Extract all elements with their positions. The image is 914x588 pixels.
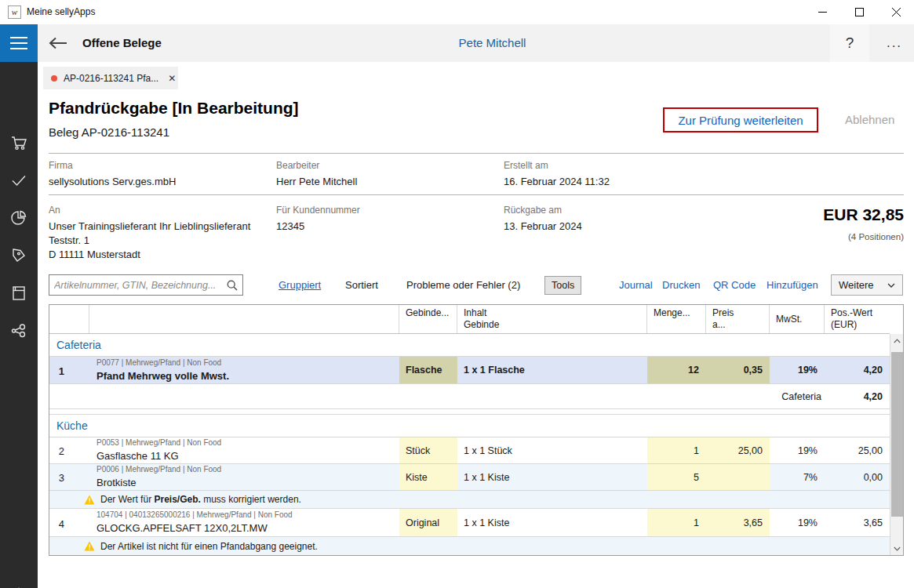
chevron-down-icon xyxy=(894,546,901,551)
help-button[interactable]: ? xyxy=(830,24,869,62)
tools-button[interactable]: Tools xyxy=(544,276,581,295)
wert-cell: 3,65 xyxy=(825,509,890,536)
row-warning: Der Artikel ist nicht für einen Pfandabg… xyxy=(49,537,890,555)
sidebar-item-tasks[interactable] xyxy=(0,162,38,199)
pie-chart-icon xyxy=(9,209,28,227)
search-input[interactable] xyxy=(54,280,227,291)
warning-icon xyxy=(84,495,95,505)
menge-cell[interactable]: 12 xyxy=(647,357,706,383)
preis-cell[interactable]: 3,65 xyxy=(706,509,770,536)
wert-cell: 25,00 xyxy=(825,437,890,463)
menge-cell[interactable]: 5 xyxy=(647,464,706,490)
preis-cell[interactable]: 25,00 xyxy=(706,437,770,463)
close-button[interactable] xyxy=(878,0,914,24)
mwst-cell: 7% xyxy=(770,464,825,490)
preis-cell[interactable] xyxy=(706,464,770,490)
sidebar-item-settings[interactable]: ⚙ xyxy=(0,575,38,588)
menge-cell[interactable]: 1 xyxy=(647,509,706,536)
article-cell: P0077 | Mehrweg/Pfand | Non Food Pfand M… xyxy=(89,357,399,383)
back-button[interactable] xyxy=(42,24,74,62)
table-row[interactable]: 1 P0077 | Mehrweg/Pfand | Non Food Pfand… xyxy=(49,357,890,384)
scroll-down-button[interactable] xyxy=(890,542,904,555)
warning-icon xyxy=(84,541,95,551)
journal-link[interactable]: Journal xyxy=(619,279,653,291)
rueckgabe-am-label: Rückgabe am xyxy=(504,205,562,216)
document-tab[interactable]: AP-0216-113241 Pfa... ✕ xyxy=(43,67,178,89)
weitere-dropdown[interactable]: Weitere xyxy=(831,274,903,296)
sidebar-item-network[interactable] xyxy=(0,312,38,350)
article-name: Pfand Mehrweg volle Mwst. xyxy=(96,369,399,383)
drucken-link[interactable]: Drucken xyxy=(662,279,700,291)
table-header-row: Gebinde... Inhalt Gebinde Menge... Preis… xyxy=(49,305,890,334)
group-header-kueche[interactable]: Küche xyxy=(49,415,890,437)
article-meta: P0006 | Mehrweg/Pfand | Non Food xyxy=(96,465,399,474)
forward-for-review-button[interactable]: Zur Prüfung weiterleiten xyxy=(678,114,803,127)
table-row[interactable]: 4 104704 | 04013265000216 | Mehrweg/Pfan… xyxy=(49,509,890,537)
group-spacer xyxy=(49,409,890,415)
filter-sortiert[interactable]: Sortiert xyxy=(345,279,378,291)
tab-close-icon[interactable]: ✕ xyxy=(168,73,176,84)
window-titlebar: w Meine sellyApps xyxy=(0,0,914,24)
table-row[interactable]: 2 P0053 | Mehrweg/Pfand | Non Food Gasfl… xyxy=(49,437,890,464)
col-preis[interactable]: Preis a... xyxy=(706,305,770,333)
col-mwst[interactable]: MwSt. xyxy=(770,305,825,333)
positions-count: (4 Positionen) xyxy=(848,232,904,241)
scrollbar-thumb[interactable] xyxy=(891,352,903,517)
menu-button[interactable] xyxy=(0,24,38,62)
hamburger-icon xyxy=(10,37,27,38)
menge-cell[interactable]: 1 xyxy=(647,437,706,463)
erstellt-am-label: Erstellt am xyxy=(504,160,548,171)
bearbeiter-value: Herr Pete Mitchell xyxy=(276,175,357,189)
filter-gruppiert[interactable]: Gruppiert xyxy=(279,279,321,291)
sidebar-item-reports[interactable] xyxy=(0,199,38,237)
article-name: Gasflasche 11 KG xyxy=(96,449,399,463)
col-menge[interactable]: Menge... xyxy=(647,305,706,333)
scroll-up-button[interactable] xyxy=(890,334,904,347)
article-cell: 104704 | 04013265000216 | Mehrweg/Pfand … xyxy=(89,509,399,536)
divider xyxy=(49,194,904,195)
gebinde-cell[interactable]: Stück xyxy=(399,437,457,463)
inhalt-cell: 1 x 1 Stück xyxy=(457,437,647,463)
an-address: Unser Trainingslieferant Ihr Lieblingsli… xyxy=(49,220,250,262)
user-name-link[interactable]: Pete Mitchell xyxy=(71,24,914,62)
group-header-cafeteria[interactable]: Cafeteria xyxy=(49,334,890,357)
table-row[interactable]: 3 P0006 | Mehrweg/Pfand | Non Food Brotk… xyxy=(49,464,890,491)
maximize-button[interactable] xyxy=(841,0,877,24)
col-gebinde[interactable]: Gebinde... xyxy=(399,305,457,333)
article-search-box[interactable] xyxy=(49,274,243,296)
inhalt-cell: 1 x 1 Kiste xyxy=(457,464,647,490)
article-cell: P0053 | Mehrweg/Pfand | Non Food Gasflas… xyxy=(89,437,399,463)
sidebar-item-pricing[interactable] xyxy=(0,237,38,274)
mwst-cell: 19% xyxy=(770,357,825,383)
sidebar-item-cart[interactable] xyxy=(0,124,38,162)
reject-button[interactable]: Ablehnen xyxy=(845,113,894,126)
header-more-button[interactable]: ... xyxy=(875,24,914,62)
minimize-button[interactable] xyxy=(804,0,840,24)
kundennummer-label: Für Kundennummer xyxy=(276,205,360,216)
subtotal-value: 4,20 xyxy=(825,384,890,408)
filter-probleme[interactable]: Probleme oder Fehler (2) xyxy=(406,279,520,291)
col-pos-wert[interactable]: Pos.-Wert (EUR) xyxy=(825,305,890,333)
sidebar-item-catalog[interactable] xyxy=(0,274,38,312)
book-icon xyxy=(9,284,28,303)
hinzufuegen-link[interactable]: Hinzufügen xyxy=(767,279,818,291)
vertical-scrollbar[interactable] xyxy=(890,334,903,555)
preis-cell[interactable]: 0,35 xyxy=(706,357,770,383)
an-label: An xyxy=(49,205,60,216)
app-window: w Meine sellyApps Offene Belege Pete Mit… xyxy=(0,0,914,588)
check-icon xyxy=(9,171,28,190)
document-number: Beleg AP-0216-113241 xyxy=(49,125,169,139)
search-icon[interactable] xyxy=(227,280,238,291)
article-name: Brotkiste xyxy=(96,476,399,489)
firma-value: sellysolutions Serv.ges.mbH xyxy=(49,175,176,189)
gebinde-cell[interactable]: Original xyxy=(399,509,457,536)
chevron-down-icon xyxy=(887,283,895,288)
firma-label: Firma xyxy=(49,160,73,171)
gebinde-cell[interactable]: Kiste xyxy=(399,464,457,490)
article-meta: 104704 | 04013265000216 | Mehrweg/Pfand … xyxy=(96,510,399,520)
col-inhalt[interactable]: Inhalt Gebinde xyxy=(457,305,647,333)
document-total: EUR 32,85 xyxy=(823,205,904,224)
qr-code-link[interactable]: QR Code xyxy=(713,279,756,291)
gebinde-cell[interactable]: Flasche xyxy=(399,357,457,383)
document-title: Pfandrückgabe [In Bearbeitung] xyxy=(49,99,299,118)
